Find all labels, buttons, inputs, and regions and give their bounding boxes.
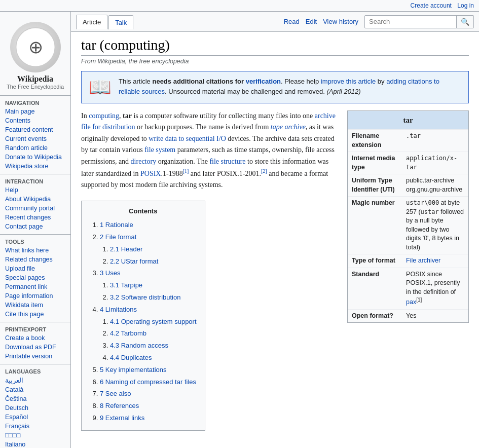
- toc-item-key-impl: 5 Key implementations: [100, 365, 197, 376]
- improve-article-link[interactable]: improve this article: [321, 78, 376, 85]
- log-in-link[interactable]: Log in: [457, 2, 474, 9]
- file-structure-link[interactable]: file structure: [209, 158, 245, 165]
- table-of-contents: Contents 1 Rationale 2 File format 2.1 H…: [81, 201, 205, 430]
- warning-text: This article needs additional citations …: [119, 77, 461, 96]
- warning-box: 📖 This article needs additional citation…: [81, 71, 469, 103]
- toc-item-see-also: 7 See also: [100, 389, 197, 399]
- toc-link-duplicates[interactable]: 4.4 Duplicates: [110, 354, 152, 361]
- sidebar-item-lang-arabic[interactable]: العربية: [0, 376, 70, 385]
- create-account-link[interactable]: Create account: [411, 2, 452, 9]
- toc-link-naming[interactable]: 6 Naming of compressed tar files: [100, 378, 196, 386]
- toc-link-see-also[interactable]: 7 See also: [100, 390, 131, 397]
- toc-item-duplicates: 4.4 Duplicates: [110, 353, 197, 363]
- tab-article[interactable]: Article: [76, 15, 107, 29]
- sidebar-item-create-book[interactable]: Create a book: [0, 333, 70, 343]
- sidebar-item-contact[interactable]: Contact page: [0, 222, 70, 231]
- sidebar-item-lang-german[interactable]: Deutsch: [0, 403, 70, 413]
- sidebar-item-donate[interactable]: Donate to Wikipedia: [0, 153, 70, 162]
- sidebar-item-featured[interactable]: Featured content: [0, 125, 70, 134]
- sidebar-item-store[interactable]: Wikipedia store: [0, 162, 70, 171]
- toc-item-tarpipe: 3.1 Tarpipe: [110, 280, 197, 291]
- sidebar-item-lang-catala[interactable]: Català: [0, 385, 70, 394]
- sidebar-item-about[interactable]: About Wikipedia: [0, 195, 70, 204]
- toc-sublist-limitations: 4.1 Operating system support 4.2 Tarbomb…: [100, 317, 197, 363]
- tab-view-history[interactable]: View history: [323, 18, 358, 25]
- sidebar-item-lang-unknown[interactable]: □□□□: [0, 431, 70, 440]
- search-input[interactable]: [365, 16, 456, 27]
- toc-link-tarpipe[interactable]: 3.1 Tarpipe: [110, 281, 142, 289]
- toc-list: 1 Rationale 2 File format 2.1 Header 2.2…: [90, 220, 197, 424]
- sidebar-item-related-changes[interactable]: Related changes: [0, 255, 70, 264]
- languages-section-title: Languages: [0, 364, 70, 376]
- sidebar-item-upload[interactable]: Upload file: [0, 264, 70, 273]
- article-subtitle: From Wikipedia, the free encyclopedia: [81, 58, 469, 65]
- tab-bar: Article Talk Read Edit View history 🔍: [71, 12, 479, 32]
- sidebar-item-recent-changes[interactable]: Recent changes: [0, 213, 70, 222]
- toc-item-external: 9 External links: [100, 413, 197, 424]
- sidebar-item-lang-french[interactable]: Français: [0, 422, 70, 431]
- sidebar-item-current-events[interactable]: Current events: [0, 134, 70, 143]
- toc-link-header[interactable]: 2.1 Header: [110, 245, 142, 253]
- sidebar-item-printable[interactable]: Printable version: [0, 352, 70, 361]
- sidebar-item-lang-czech[interactable]: Čeština: [0, 394, 70, 403]
- toc-link-random-access[interactable]: 4.3 Random access: [110, 342, 168, 349]
- toc-item-ustar: 2.2 UStar format: [110, 256, 197, 267]
- sidebar-item-lang-italian[interactable]: Italiano: [0, 440, 70, 448]
- sidebar-item-special-pages[interactable]: Special pages: [0, 273, 70, 282]
- sidebar-item-main-page[interactable]: Main page: [0, 107, 70, 116]
- toc-link-tarbomb[interactable]: 4.2 Tarbomb: [110, 329, 146, 337]
- search-box: 🔍: [364, 15, 474, 28]
- toc-link-software-dist[interactable]: 3.2 Software distribution: [110, 293, 180, 301]
- sidebar-item-random[interactable]: Random article: [0, 143, 70, 153]
- ref2-link[interactable]: [2]: [261, 168, 267, 174]
- toc-link-os-support[interactable]: 4.1 Operating system support: [110, 318, 197, 325]
- infobox: tar Filename extension .tar Internet med…: [347, 110, 469, 323]
- toc-link-external[interactable]: 9 External links: [100, 414, 144, 422]
- toc-link-uses[interactable]: 3 Uses: [100, 269, 120, 277]
- toc-item-limitations: 4 Limitations 4.1 Operating system suppo…: [100, 305, 197, 363]
- toc-link-file-format[interactable]: 2 File format: [100, 233, 136, 241]
- directory-link[interactable]: directory: [131, 158, 157, 165]
- toc-link-limitations[interactable]: 4 Limitations: [100, 306, 137, 313]
- toc-item-os-support: 4.1 Operating system support: [110, 317, 197, 327]
- toc-item-tarbomb: 4.2 Tarbomb: [110, 328, 197, 339]
- sidebar-item-download-pdf[interactable]: Download as PDF: [0, 343, 70, 352]
- sidebar-item-contents[interactable]: Contents: [0, 116, 70, 125]
- infobox-row-filename: Filename extension .tar: [348, 130, 468, 152]
- toc-link-key-impl[interactable]: 5 Key implementations: [100, 366, 167, 374]
- toc-item-software-dist: 3.2 Software distribution: [110, 292, 197, 303]
- toc-link-ustar[interactable]: 2.2 UStar format: [110, 257, 158, 265]
- tab-edit[interactable]: Edit: [306, 18, 317, 25]
- sidebar-item-page-info[interactable]: Page information: [0, 291, 70, 301]
- print-section-title: Print/export: [0, 322, 70, 333]
- toc-item-references: 8 References: [100, 401, 197, 412]
- sidebar-item-community[interactable]: Community portal: [0, 204, 70, 213]
- sidebar-item-what-links[interactable]: What links here: [0, 246, 70, 255]
- sidebar: ⊕ Wikipedia The Free Encyclopedia Naviga…: [0, 12, 71, 448]
- sidebar-item-permanent-link[interactable]: Permanent link: [0, 282, 70, 291]
- sidebar-item-cite[interactable]: Cite this page: [0, 310, 70, 319]
- pax-link[interactable]: pax: [406, 298, 416, 306]
- tape-archive-link[interactable]: tape archive: [271, 123, 306, 131]
- file-archiver-link[interactable]: File archiver: [406, 257, 440, 264]
- tab-group-left: Article Talk: [76, 14, 134, 29]
- toc-title: Contents: [90, 206, 197, 217]
- write-data-link[interactable]: write data to sequential I/O: [149, 135, 226, 142]
- ref1-link[interactable]: [1]: [183, 168, 189, 174]
- toc-link-rationale[interactable]: 1 Rationale: [100, 221, 133, 229]
- verification-link[interactable]: verification: [246, 78, 281, 85]
- main-content: Article Talk Read Edit View history 🔍 ta…: [71, 12, 479, 448]
- file-system-link[interactable]: file system: [144, 146, 175, 154]
- tools-section-title: Tools: [0, 234, 70, 246]
- interaction-section-title: Interaction: [0, 174, 70, 185]
- sidebar-item-help[interactable]: Help: [0, 185, 70, 195]
- sidebar-item-wikidata[interactable]: Wikidata item: [0, 301, 70, 310]
- toc-link-references[interactable]: 8 References: [100, 402, 139, 409]
- tab-talk[interactable]: Talk: [108, 15, 133, 29]
- search-button[interactable]: 🔍: [456, 16, 473, 28]
- toc-item-naming: 6 Naming of compressed tar files: [100, 377, 197, 388]
- tab-read[interactable]: Read: [284, 18, 300, 25]
- computing-link[interactable]: computing: [89, 112, 119, 120]
- posix-link[interactable]: POSIX: [140, 170, 161, 177]
- sidebar-item-lang-spanish[interactable]: Español: [0, 413, 70, 422]
